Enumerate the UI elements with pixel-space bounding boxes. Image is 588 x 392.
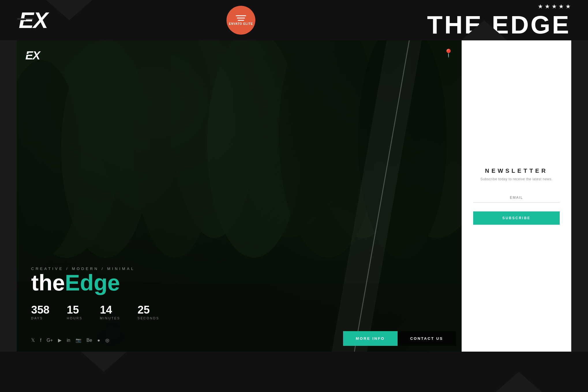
- social-bar: 𝕏 f G+ ▶ in 📷 Be ● ◎: [31, 337, 109, 343]
- envato-badge[interactable]: ENVATO ELITE: [226, 6, 255, 35]
- instagram-icon[interactable]: 📷: [76, 337, 81, 343]
- hours-number: 15: [67, 304, 79, 315]
- countdown-hours: 15 HOURS: [67, 304, 83, 320]
- inner-panel-logo: EX: [25, 48, 45, 63]
- subscribe-button[interactable]: SUBSCRIBE: [473, 211, 560, 225]
- countdown-minutes: 14 MINUTES: [100, 304, 120, 320]
- hero-white-text: the: [31, 270, 65, 295]
- menu-line-3: [238, 20, 244, 21]
- main-content: EX 📍 CREATIVE / MODERN / MINIMAL theEdge…: [17, 40, 571, 352]
- menu-line-2: [237, 18, 245, 18]
- seconds-label: SECONDS: [138, 316, 159, 320]
- svg-text:X: X: [32, 7, 49, 33]
- countdown: 358 DAYS 15 HOURS 14 MINUTES 25 SECONDS: [31, 304, 159, 320]
- svg-rect-22: [25, 54, 31, 55]
- hours-label: HOURS: [67, 316, 83, 320]
- left-panel: EX 📍 CREATIVE / MODERN / MINIMAL theEdge…: [17, 40, 462, 352]
- action-buttons: MORE INFO CONTACT US: [343, 331, 456, 346]
- email-input[interactable]: [473, 193, 560, 203]
- circle-icon[interactable]: ◎: [105, 337, 109, 343]
- newsletter-title: NEWSLETTER: [485, 168, 548, 174]
- youtube-icon[interactable]: ▶: [58, 337, 61, 343]
- title-area: ★ ★ ★ ★ ★ THE EDGE: [427, 3, 571, 37]
- svg-text:EX: EX: [25, 49, 41, 61]
- days-number: 358: [31, 304, 49, 315]
- star-4: ★: [559, 3, 564, 10]
- countdown-days: 358 DAYS: [31, 304, 49, 320]
- days-label: DAYS: [31, 316, 43, 320]
- bottom-bar: [0, 352, 588, 392]
- linkedin-icon[interactable]: in: [67, 338, 70, 343]
- star-1: ★: [538, 3, 543, 10]
- site-title: THE EDGE: [427, 12, 571, 37]
- hero-text: theEdge: [31, 271, 120, 294]
- minutes-label: MINUTES: [100, 316, 120, 320]
- facebook-icon[interactable]: f: [40, 338, 41, 343]
- googleplus-icon[interactable]: G+: [46, 338, 53, 343]
- dribbble-icon[interactable]: ●: [97, 338, 100, 343]
- more-info-button[interactable]: MORE INFO: [343, 331, 398, 346]
- location-pin-icon: 📍: [443, 48, 454, 58]
- contact-us-button[interactable]: CONTACT US: [398, 331, 456, 346]
- star-5: ★: [565, 3, 571, 10]
- right-panel: NEWSLETTER Subscribe today to receive th…: [462, 40, 571, 352]
- menu-line-1: [236, 15, 246, 16]
- countdown-seconds: 25 SECONDS: [138, 304, 159, 320]
- badge-label: ENVATO ELITE: [229, 22, 253, 25]
- hero-teal-text: Edge: [65, 270, 120, 295]
- logo-area: E X: [17, 7, 55, 33]
- behance-icon[interactable]: Be: [87, 338, 92, 343]
- twitter-icon[interactable]: 𝕏: [31, 337, 35, 343]
- seconds-number: 25: [138, 304, 150, 315]
- minutes-number: 14: [100, 304, 112, 315]
- star-2: ★: [545, 3, 550, 10]
- newsletter-subtitle: Subscribe today to receive the latest ne…: [480, 177, 553, 181]
- svg-rect-3: [17, 18, 33, 20]
- top-bar: E X ENVATO ELITE ★ ★ ★ ★ ★ THE EDGE: [0, 0, 588, 40]
- inner-ex-logo: EX: [25, 48, 45, 61]
- stars-row: ★ ★ ★ ★ ★: [538, 3, 571, 10]
- hero-text-line: theEdge: [31, 271, 120, 294]
- star-3: ★: [552, 3, 557, 10]
- ex-logo-svg: E X: [17, 7, 55, 33]
